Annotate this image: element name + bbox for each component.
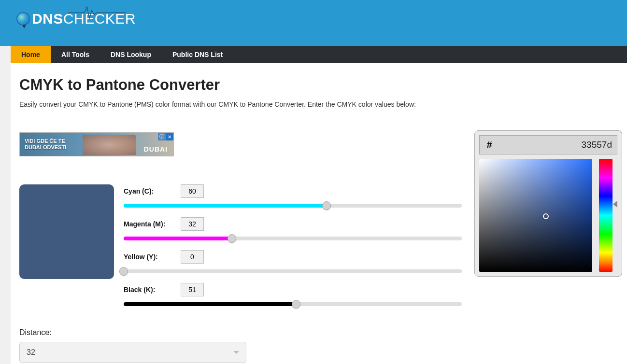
- sliders-column: Cyan (C): 60 Magenta (M): 32: [124, 184, 462, 316]
- ad-text: VIDI GDE ĆE TE DUBAI ODVESTI: [25, 138, 66, 151]
- ad-text-line2: DUBAI ODVESTI: [25, 144, 66, 151]
- main-nav: Home All Tools DNS Lookup Public DNS Lis…: [11, 46, 627, 63]
- ad-image: [83, 135, 136, 155]
- nav-dns-lookup[interactable]: DNS Lookup: [100, 46, 162, 63]
- page-title: CMYK to Pantone Converter: [19, 76, 618, 94]
- ad-banner[interactable]: VIDI GDE ĆE TE DUBAI ODVESTI DUBAI ⓘ ✕: [19, 132, 174, 156]
- logo-ecg-line: [68, 3, 126, 22]
- globe-icon: [16, 12, 30, 26]
- cyan-label: Cyan (C):: [124, 187, 172, 195]
- cyan-slider-fill: [124, 204, 327, 208]
- cyan-slider[interactable]: [124, 204, 462, 208]
- chevron-down-icon: [233, 351, 239, 354]
- saturation-value-area[interactable]: [479, 159, 592, 272]
- magenta-slider[interactable]: [124, 237, 462, 240]
- yellow-value-input[interactable]: 0: [181, 250, 204, 264]
- slider-group-cyan: Cyan (C): 60: [124, 184, 462, 208]
- sv-cursor[interactable]: [543, 213, 549, 219]
- nav-public-dns-list[interactable]: Public DNS List: [162, 46, 233, 63]
- ad-close-icon[interactable]: ✕: [166, 133, 173, 140]
- slider-group-yellow: Yellow (Y): 0: [124, 250, 462, 273]
- nav-all-tools[interactable]: All Tools: [51, 46, 100, 63]
- cyan-slider-thumb[interactable]: [322, 201, 331, 210]
- yellow-slider[interactable]: [124, 269, 462, 273]
- distance-select[interactable]: 32: [19, 342, 246, 363]
- swatch-column: [19, 184, 114, 316]
- slider-group-black: Black (K): 51: [124, 283, 462, 306]
- distance-label: Distance:: [19, 328, 618, 337]
- black-slider-fill: [124, 302, 296, 306]
- cyan-value-input[interactable]: 60: [181, 184, 204, 198]
- hue-column: [599, 159, 613, 272]
- page-description: Easily convert your CMYK to Pantone (PMS…: [19, 100, 618, 108]
- header-band: DNSCHECKER: [0, 0, 627, 46]
- hex-hash-label: #: [480, 136, 499, 154]
- logo-text-bold: DNS: [32, 11, 63, 27]
- hex-value-input[interactable]: 33557d: [499, 136, 617, 154]
- yellow-label: Yellow (Y):: [124, 253, 172, 261]
- nav-home[interactable]: Home: [11, 46, 51, 63]
- color-picker-panel: # 33557d: [474, 130, 622, 277]
- picker-body: [479, 159, 617, 272]
- color-swatch-preview: [19, 184, 114, 279]
- ad-info-icon[interactable]: ⓘ: [158, 133, 166, 140]
- magenta-label: Magenta (M):: [124, 220, 172, 228]
- yellow-slider-thumb[interactable]: [119, 267, 128, 276]
- ad-brand: DUBAI: [144, 145, 168, 153]
- hex-input-row[interactable]: # 33557d: [479, 135, 617, 154]
- black-label: Black (K):: [124, 286, 172, 294]
- hue-pointer-icon[interactable]: [613, 201, 617, 208]
- black-value-input[interactable]: 51: [181, 283, 204, 296]
- distance-selected-value: 32: [27, 348, 35, 357]
- slider-group-magenta: Magenta (M): 32: [124, 217, 462, 240]
- magenta-slider-thumb[interactable]: [228, 234, 236, 243]
- ad-text-line1: VIDI GDE ĆE TE: [25, 138, 66, 144]
- magenta-value-input[interactable]: 32: [181, 217, 204, 231]
- distance-section: Distance: 32: [19, 328, 618, 363]
- magenta-slider-fill: [124, 237, 232, 240]
- hue-slider[interactable]: [599, 159, 613, 272]
- page-content: CMYK to Pantone Converter Easily convert…: [11, 63, 627, 364]
- black-slider-thumb[interactable]: [292, 300, 300, 308]
- sv-black-overlay: [479, 159, 592, 272]
- black-slider[interactable]: [124, 302, 462, 306]
